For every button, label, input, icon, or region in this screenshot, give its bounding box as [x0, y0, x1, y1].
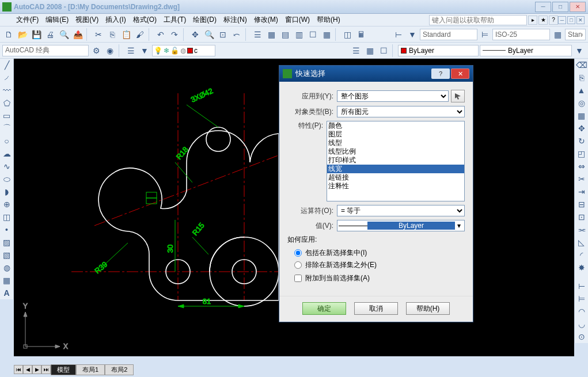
line-icon[interactable]: ╱	[0, 59, 13, 71]
open-icon[interactable]: 📂	[16, 28, 29, 41]
polygon-icon[interactable]: ⬠	[0, 97, 13, 109]
menu-modify[interactable]: 修改(M)	[251, 14, 282, 26]
menu-edit[interactable]: 编辑(E)	[42, 14, 72, 26]
menu-dim[interactable]: 标注(N)	[220, 14, 251, 26]
stretch-icon[interactable]: ⇔	[575, 160, 588, 173]
append-checkbox[interactable]: 附加到当前选择集(A)	[294, 273, 465, 283]
minimize-button[interactable]: ─	[535, 2, 551, 12]
tab-prev-icon[interactable]: ◀	[23, 365, 32, 374]
copy-obj-icon[interactable]: ⎘	[575, 71, 588, 84]
text-style-combo[interactable]	[420, 29, 477, 40]
scale-icon[interactable]: ◰	[575, 147, 588, 160]
dialog-titlebar[interactable]: 快速选择 ? ✕	[279, 66, 473, 82]
publish-icon[interactable]: 📤	[71, 28, 84, 41]
xline-icon[interactable]: ⟋	[0, 71, 13, 84]
copy-icon[interactable]: ⎘	[106, 28, 119, 41]
table-icon[interactable]: ▦	[0, 274, 13, 287]
workspace-settings-icon[interactable]: ⚙	[90, 44, 103, 57]
cancel-button[interactable]: 取消	[354, 302, 398, 315]
menu-help[interactable]: 帮助(H)	[313, 14, 344, 26]
trim-icon[interactable]: ✂	[575, 173, 588, 185]
chamfer-icon[interactable]: ◺	[575, 236, 588, 249]
include-radio[interactable]: 包括在新选择集中(I)	[294, 248, 465, 258]
tab-last-icon[interactable]: ⏭	[41, 365, 51, 374]
make-block-icon[interactable]: ◫	[0, 211, 13, 223]
obj-type-combo[interactable]: 所有图元	[337, 106, 465, 117]
markup-icon[interactable]: ☐	[306, 28, 319, 41]
properties-listbox[interactable]: 颜色图层线型线型比例打印样式线宽超链接注释性	[327, 121, 465, 201]
list-item[interactable]: 线型比例	[327, 147, 464, 156]
pan-icon[interactable]: ✥	[189, 28, 202, 41]
table-style-icon[interactable]: ▦	[551, 28, 564, 41]
value-combo[interactable]: ByLayer ▾	[337, 220, 465, 231]
layer-states-icon[interactable]: ▦	[363, 44, 376, 57]
ok-button[interactable]: 确定	[302, 302, 346, 315]
layer-filter-icon[interactable]: ▼	[138, 44, 151, 57]
inner-min-button[interactable]: ─	[558, 16, 566, 24]
list-item[interactable]: 线型	[327, 139, 464, 147]
ellipse-icon[interactable]: ⬭	[0, 173, 13, 185]
color-combo[interactable]: ByLayer	[398, 45, 479, 56]
zoom-win-icon[interactable]: ⊡	[217, 28, 229, 41]
explode-icon[interactable]: ✸	[575, 261, 588, 274]
dialog-close-button[interactable]: ✕	[451, 68, 469, 79]
close-button[interactable]: ✕	[570, 2, 586, 12]
spline-icon[interactable]: ∿	[0, 160, 13, 173]
lineweight-icon[interactable]: ▼	[573, 44, 586, 57]
paste-icon[interactable]: 📋	[120, 28, 132, 41]
undo-icon[interactable]: ↶	[154, 28, 167, 41]
tool-palette-icon[interactable]: ▤	[279, 28, 291, 41]
dim-tool3-icon[interactable]: ◠	[575, 305, 588, 318]
offset-icon[interactable]: ◎	[575, 97, 588, 109]
inner-max-button[interactable]: □	[567, 16, 575, 24]
select-objects-button[interactable]	[451, 90, 465, 102]
rotate-icon[interactable]: ↻	[575, 135, 588, 147]
region-icon[interactable]: ◍	[0, 261, 13, 274]
dim-tool4-icon[interactable]: ◡	[575, 318, 588, 330]
mirror-icon[interactable]: ▲	[575, 84, 588, 97]
new-icon[interactable]: 🗋	[2, 28, 15, 41]
zoom-rt-icon[interactable]: 🔍	[203, 28, 215, 41]
tab-layout1[interactable]: 布局1	[76, 364, 105, 375]
dim-style-icon[interactable]: ▼	[406, 28, 419, 41]
dim-style-combo[interactable]	[492, 29, 550, 40]
arc-icon[interactable]: ⌒	[0, 122, 13, 135]
cut-icon[interactable]: ✂	[92, 28, 105, 41]
table-style-combo[interactable]	[565, 29, 586, 40]
apply-to-combo[interactable]: 整个图形	[337, 90, 449, 102]
circle-icon[interactable]: ○	[0, 135, 13, 147]
sheet-set-icon[interactable]: ▥	[293, 28, 305, 41]
exclude-radio[interactable]: 排除在新选择集之外(E)	[294, 260, 465, 270]
maximize-button[interactable]: □	[552, 2, 568, 12]
erase-icon[interactable]: ⌫	[575, 59, 588, 71]
workspace-combo[interactable]	[2, 45, 89, 56]
dialog-help-button[interactable]: ?	[431, 68, 450, 79]
operator-combo[interactable]: = 等于	[337, 205, 465, 216]
block-icon[interactable]: ◫	[341, 28, 354, 41]
redo-icon[interactable]: ↷	[168, 28, 181, 41]
help-search-input[interactable]	[429, 15, 527, 25]
design-center-icon[interactable]: ▦	[265, 28, 278, 41]
dim-icon2[interactable]: ⊨	[479, 28, 491, 41]
workspace-opt-icon[interactable]: ◉	[104, 44, 116, 57]
ellipse-arc-icon[interactable]: ◗	[0, 185, 13, 198]
gradient-icon[interactable]: ▧	[0, 249, 13, 261]
point-icon[interactable]: •	[0, 223, 13, 236]
revcloud-icon[interactable]: ☁	[0, 147, 13, 160]
dim-tool5-icon[interactable]: ⊙	[575, 330, 588, 343]
list-item[interactable]: 打印样式	[327, 156, 464, 165]
extend-icon[interactable]: ⇥	[575, 185, 588, 198]
tab-first-icon[interactable]: ⏮	[14, 365, 23, 374]
match-icon[interactable]: 🖌	[134, 28, 146, 41]
list-item[interactable]: 颜色	[327, 121, 464, 130]
menu-file[interactable]: 文件(F)	[13, 14, 42, 26]
rect-icon[interactable]: ▭	[0, 109, 13, 122]
menu-tools[interactable]: 工具(T)	[160, 14, 189, 26]
calc-icon[interactable]: 🖩	[355, 28, 367, 41]
zoom-prev-icon[interactable]: ⤺	[230, 28, 243, 41]
list-item[interactable]: 超链接	[327, 173, 464, 182]
tab-model[interactable]: 模型	[51, 364, 76, 375]
search-go-icon[interactable]: ▸	[528, 16, 537, 25]
star-icon[interactable]: ★	[538, 16, 548, 25]
layer-combo[interactable]: 💡❄🔓◍ c	[152, 45, 215, 56]
